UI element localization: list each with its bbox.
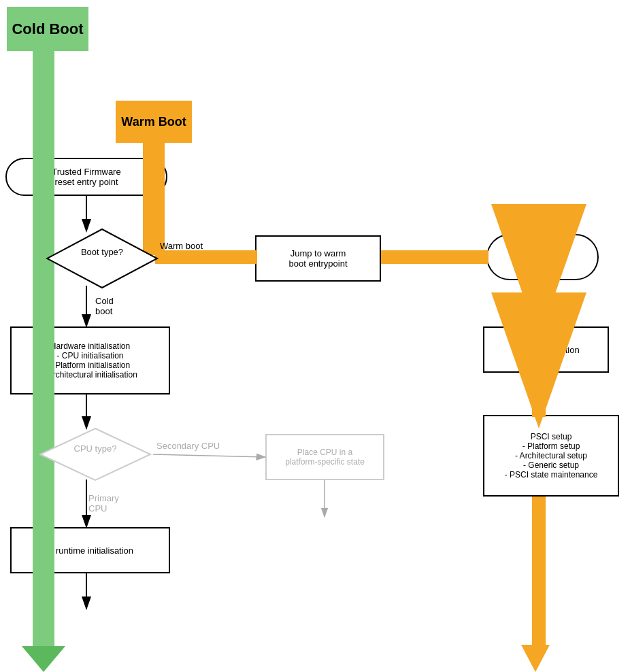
place-cpu-node: Place CPU in a platform-specific state: [265, 434, 384, 480]
secondary-cpu-label: Secondary CPU: [156, 441, 220, 451]
cpu-init-node: CPU initialisation: [483, 326, 609, 373]
svg-text:CPU type?: CPU type?: [74, 443, 117, 454]
cold-boot-label: Cold Boot: [7, 7, 88, 51]
svg-marker-7: [22, 646, 65, 672]
hw-init-node: Hardware initialisation - CPU initialisa…: [10, 326, 170, 394]
flowchart-diagram: Cold Boot Warm Boot Trusted Firmware res…: [0, 0, 630, 672]
tf-reset-node: Trusted Firmware reset entry point: [5, 158, 167, 196]
psci-node: PSCI setup - Platform setup - Architectu…: [483, 415, 619, 497]
svg-line-20: [153, 454, 265, 457]
warm-boot-label: Warm Boot: [116, 101, 192, 143]
svg-marker-28: [40, 429, 150, 480]
svg-rect-13: [532, 497, 546, 653]
svg-rect-12: [532, 373, 546, 417]
cold-boot-direction-label: Cold boot: [95, 286, 114, 316]
svg-marker-26: [47, 229, 157, 288]
warm-boot-direction-label: Warm boot: [160, 241, 203, 251]
svg-marker-14: [521, 645, 550, 672]
primary-cpu-label: Primary CPU: [88, 483, 119, 514]
svg-rect-9: [155, 250, 257, 264]
warm-boot-entry-node: Warm Boot entry point: [486, 234, 599, 280]
svg-rect-11: [532, 280, 546, 329]
svg-rect-10: [381, 250, 488, 264]
svg-text:Boot type?: Boot type?: [81, 247, 123, 257]
jump-warm-boot-node: Jump to warm boot entrypoint: [255, 235, 381, 282]
c-runtime-node: C runtime initialisation: [10, 527, 170, 573]
